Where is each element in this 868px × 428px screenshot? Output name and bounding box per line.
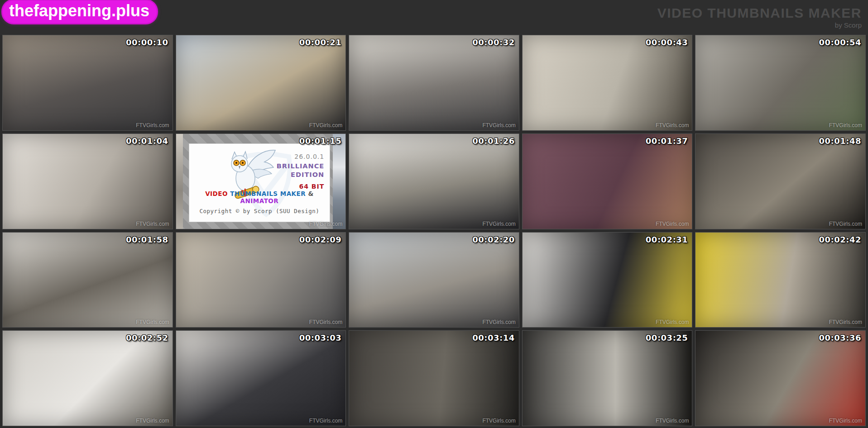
- timestamp-label: 00:01:37: [646, 136, 688, 146]
- edition-label: BRILLIANCE EDITION: [277, 162, 324, 179]
- splash-app-title: VIDEO THUMBNAILS MAKER & ANIMATOR: [189, 190, 330, 204]
- vtm-splash-panel: 26.0.0.1 BRILLIANCE EDITION 64 BIT VIDEO…: [189, 143, 331, 222]
- video-thumbnail: FTVGirls.com00:02:42: [695, 233, 865, 328]
- timestamp-label: 00:01:04: [126, 136, 168, 146]
- content-watermark: FTVGirls.com: [136, 122, 169, 128]
- content-watermark: FTVGirls.com: [309, 418, 342, 424]
- video-thumbnail: FTVGirls.com00:00:10: [3, 35, 173, 130]
- content-watermark: FTVGirls.com: [656, 122, 689, 128]
- content-watermark: FTVGirls.com: [482, 122, 515, 128]
- content-watermark: FTVGirls.com: [829, 319, 862, 325]
- content-watermark: FTVGirls.com: [656, 221, 689, 227]
- video-thumbnail: FTVGirls.com00:01:58: [3, 233, 173, 328]
- thumbnail-grid: FTVGirls.com00:00:10FTVGirls.com00:00:21…: [0, 35, 868, 428]
- timestamp-label: 00:03:25: [646, 333, 688, 342]
- splash-title-part: VIDEO: [205, 190, 228, 197]
- timestamp-label: 00:01:48: [819, 136, 861, 146]
- splash-title-part: THUMBNAILS MAKER: [230, 190, 306, 197]
- splash-title-part: ANIMATOR: [240, 197, 279, 204]
- video-thumbnail: FTVGirls.com00:03:36: [695, 331, 865, 426]
- bits-label: 64 BIT: [277, 183, 324, 190]
- timestamp-label: 00:02:31: [646, 235, 688, 244]
- timestamp-label: 00:03:03: [299, 333, 342, 342]
- content-watermark: FTVGirls.com: [309, 122, 342, 128]
- video-frame-edge-right: [333, 134, 345, 229]
- video-thumbnail: FTVGirls.com00:00:43: [523, 35, 692, 130]
- video-thumbnail: FTVGirls.com00:01:48: [695, 134, 865, 229]
- app-subtitle: by Scorp: [657, 21, 862, 29]
- timestamp-label: 00:02:52: [126, 333, 168, 342]
- timestamp-label: 00:01:26: [472, 136, 515, 146]
- video-thumbnail: FTVGirls.com00:00:32: [349, 35, 519, 130]
- app-title: VIDEO THUMBNAILS MAKER: [657, 5, 862, 21]
- timestamp-label: 00:00:43: [646, 38, 688, 47]
- timestamp-label: 00:03:36: [819, 333, 861, 342]
- timestamp-label: 00:02:20: [472, 235, 515, 244]
- timestamp-label: 00:00:54: [819, 38, 861, 47]
- splash-bottom-block: VIDEO THUMBNAILS MAKER & ANIMATOR Copyri…: [189, 190, 330, 214]
- content-watermark: FTVGirls.com: [136, 319, 169, 325]
- timestamp-label: 00:01:15: [299, 136, 342, 146]
- content-watermark: FTVGirls.com: [482, 418, 515, 424]
- video-thumbnail: FTVGirls.com00:01:37: [523, 134, 692, 229]
- content-watermark: FTVGirls.com: [482, 221, 515, 227]
- video-thumbnail: FTVGirls.com00:02:31: [523, 233, 692, 328]
- content-watermark: FTVGirls.com: [656, 319, 689, 325]
- content-watermark: FTVGirls.com: [829, 221, 862, 227]
- timestamp-label: 00:00:10: [126, 38, 168, 47]
- video-thumbnail: FTVGirls.com00:02:52: [3, 331, 173, 426]
- video-thumbnail: FTVGirls.com00:00:21: [176, 35, 346, 130]
- content-watermark: FTVGirls.com: [136, 221, 169, 227]
- video-frame-edge-left: [176, 134, 183, 229]
- video-thumbnail: FTVGirls.com00:00:54: [695, 35, 865, 130]
- video-thumbnail: FTVGirls.com00:02:20: [349, 233, 519, 328]
- video-thumbnail: FTVGirls.com00:03:14: [349, 331, 519, 426]
- version-label: 26.0.0.1: [277, 153, 324, 160]
- content-watermark: FTVGirls.com: [656, 418, 689, 424]
- timestamp-label: 00:01:58: [126, 235, 168, 244]
- video-thumbnail: FTVGirls.com00:01:04: [3, 134, 173, 229]
- video-thumbnail-splash: 26.0.0.1 BRILLIANCE EDITION 64 BIT VIDEO…: [176, 134, 346, 229]
- timestamp-label: 00:03:14: [472, 333, 515, 342]
- timestamp-label: 00:00:21: [299, 38, 342, 47]
- timestamp-label: 00:02:42: [819, 235, 861, 244]
- content-watermark: FTVGirls.com: [309, 319, 342, 325]
- copyright-label: Copyright © by Scorp (SUU Design): [189, 208, 330, 214]
- content-watermark: FTVGirls.com: [309, 221, 342, 227]
- content-watermark: FTVGirls.com: [829, 122, 862, 128]
- timestamp-label: 00:00:32: [472, 38, 515, 47]
- video-thumbnail: FTVGirls.com00:02:09: [176, 233, 346, 328]
- video-thumbnail: FTVGirls.com00:03:25: [523, 331, 692, 426]
- splash-version-block: 26.0.0.1 BRILLIANCE EDITION 64 BIT: [277, 153, 324, 190]
- content-watermark: FTVGirls.com: [136, 418, 169, 424]
- content-watermark: FTVGirls.com: [482, 319, 515, 325]
- header-bar: Resolution:1920 x 1080 @ 29.97 fps Durat…: [0, 0, 868, 35]
- video-thumbnail: FTVGirls.com00:03:03: [176, 331, 346, 426]
- timestamp-label: 00:02:09: [299, 235, 342, 244]
- video-thumbnail: FTVGirls.com00:01:26: [349, 134, 519, 229]
- content-watermark: FTVGirls.com: [829, 418, 862, 424]
- app-branding: VIDEO THUMBNAILS MAKER by Scorp: [657, 5, 862, 29]
- splash-title-part: &: [308, 190, 313, 197]
- site-watermark: thefappening.plus: [3, 0, 157, 23]
